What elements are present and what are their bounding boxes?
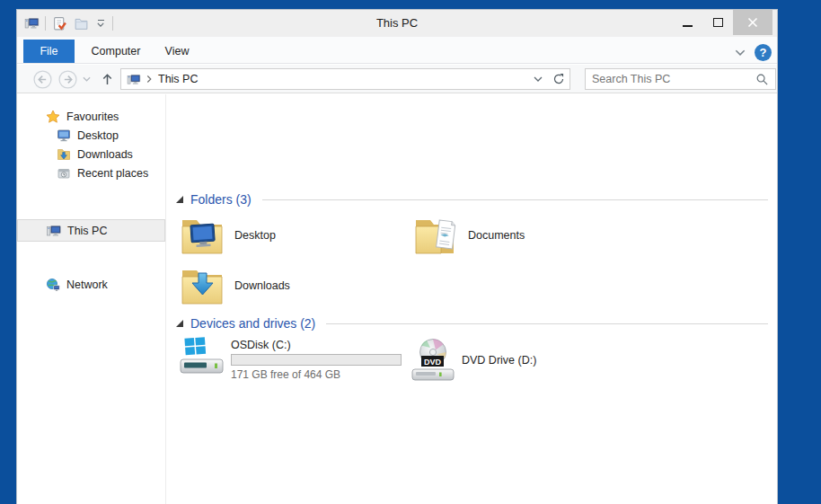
drive-tile-dvd[interactable]: DVD DVD Drive (D:) — [410, 335, 598, 385]
folder-tile-downloads[interactable]: Downloads — [181, 261, 405, 310]
sidebar-item-network[interactable]: Network — [17, 275, 165, 294]
capacity-bar — [231, 354, 402, 366]
back-icon[interactable] — [33, 70, 52, 89]
address-bar[interactable]: This PC — [120, 68, 549, 90]
hard-drive-icon — [179, 333, 225, 380]
history-chevron-icon[interactable] — [83, 76, 91, 82]
downloads-icon — [57, 147, 71, 162]
downloads-folder-icon — [181, 264, 224, 307]
sidebar-item-desktop[interactable]: Desktop — [17, 126, 165, 145]
capacity-text: 171 GB free of 464 GB — [231, 368, 402, 381]
window-title: This PC — [17, 10, 777, 37]
dvd-badge: DVD — [424, 358, 442, 367]
address-dropdown-icon[interactable] — [534, 76, 543, 82]
forward-icon[interactable] — [58, 70, 77, 89]
breadcrumb-arrow-icon[interactable] — [146, 75, 153, 84]
network-icon — [46, 278, 60, 292]
ribbon-tab-bar: File Computer View ? — [17, 37, 777, 64]
collapse-triangle-icon — [176, 320, 183, 327]
close-icon — [747, 17, 758, 28]
breadcrumb-location[interactable]: This PC — [158, 73, 198, 85]
recent-places-icon — [57, 166, 71, 181]
sidebar-item-this-pc[interactable]: This PC — [17, 219, 165, 242]
group-header-devices[interactable]: Devices and drives (2) — [176, 315, 768, 332]
sidebar-item-label: Downloads — [77, 148, 133, 161]
sidebar-item-label: Desktop — [77, 129, 119, 142]
sidebar-item-downloads[interactable]: Downloads — [17, 145, 165, 164]
dvd-drive-icon: DVD — [410, 337, 456, 384]
group-header-rule — [326, 323, 768, 324]
tab-file[interactable]: File — [23, 40, 75, 63]
maximize-button[interactable] — [702, 10, 733, 35]
maximize-icon — [713, 18, 723, 27]
sidebar-item-label: Recent places — [77, 167, 148, 180]
minimize-icon — [683, 25, 693, 27]
drive-tile-osdisk[interactable]: OSDisk (C:) 171 GB free of 464 GB — [179, 333, 421, 385]
group-header-folders[interactable]: Folders (3) — [176, 191, 768, 208]
this-pc-icon — [47, 224, 61, 238]
desktop-icon — [57, 128, 71, 143]
minimize-button[interactable] — [672, 10, 702, 35]
sidebar-item-favourites[interactable]: Favourites — [17, 107, 165, 126]
documents-folder-icon — [414, 214, 457, 257]
refresh-icon — [552, 73, 565, 85]
file-list-area: Folders (3) Desktop — [167, 94, 777, 504]
sidebar-item-label: Favourites — [66, 111, 119, 123]
group-header-label: Devices and drives (2) — [190, 316, 315, 331]
ribbon-collapse-icon[interactable] — [735, 49, 746, 56]
drive-label: OSDisk (C:) — [231, 339, 402, 351]
tile-label: Desktop — [234, 229, 276, 242]
tab-view[interactable]: View — [152, 40, 202, 63]
group-header-rule — [262, 199, 768, 200]
navigation-pane: Favourites Desktop Downloads Recent plac… — [17, 94, 166, 504]
close-button[interactable] — [733, 10, 772, 35]
tab-computer[interactable]: Computer — [82, 40, 150, 63]
favourites-star-icon — [46, 110, 60, 124]
folder-tile-desktop[interactable]: Desktop — [181, 211, 405, 260]
explorer-window: This PC File Computer View ? — [16, 9, 778, 504]
tile-label: Downloads — [234, 279, 290, 292]
search-input[interactable] — [592, 73, 755, 85]
collapse-triangle-icon — [176, 196, 183, 203]
group-header-label: Folders (3) — [190, 192, 252, 207]
drive-label: DVD Drive (D:) — [462, 354, 536, 367]
tile-label: Documents — [468, 229, 525, 242]
desktop-folder-icon — [181, 214, 224, 257]
sidebar-item-label: This PC — [67, 225, 107, 237]
title-bar[interactable]: This PC — [17, 10, 777, 37]
computer-icon — [127, 73, 141, 86]
sidebar-item-label: Network — [66, 279, 108, 291]
folder-tile-documents[interactable]: Documents — [414, 211, 639, 260]
search-box[interactable] — [585, 68, 776, 90]
refresh-button[interactable] — [548, 68, 570, 90]
navigation-bar: This PC — [17, 65, 777, 93]
help-icon[interactable]: ? — [755, 44, 772, 61]
search-icon[interactable] — [755, 73, 769, 86]
sidebar-item-recent-places[interactable]: Recent places — [17, 164, 165, 182]
up-icon[interactable] — [98, 70, 116, 88]
